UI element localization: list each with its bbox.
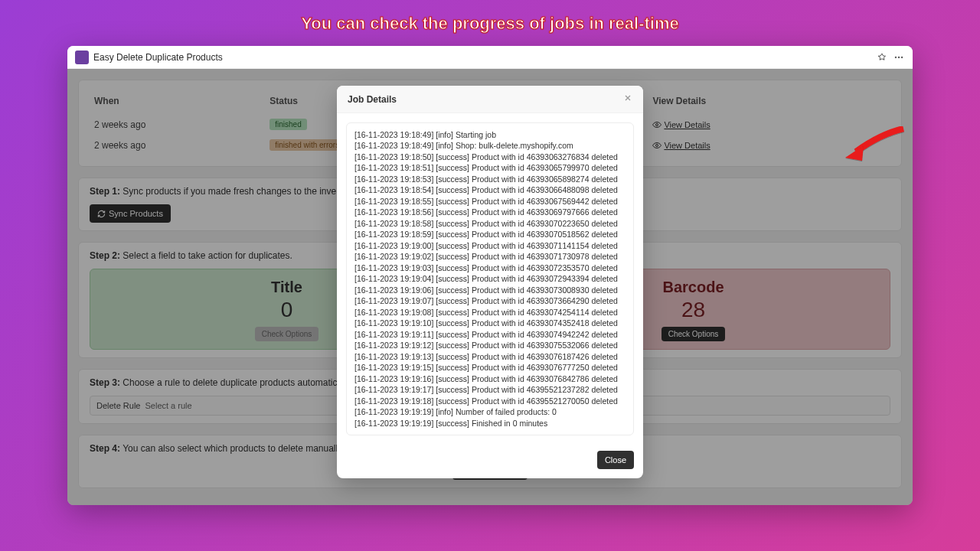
log-line: [16-11-2023 19:18:50] [success] Product … — [354, 152, 626, 162]
log-line: [16-11-2023 19:18:56] [success] Product … — [354, 207, 626, 217]
close-icon[interactable] — [623, 93, 632, 105]
titlebar: Easy Delete Duplicate Products — [67, 46, 913, 69]
log-line: [16-11-2023 19:18:54] [success] Product … — [354, 184, 626, 195]
svg-point-2 — [901, 56, 903, 57]
log-line: [16-11-2023 19:18:59] [success] Product … — [354, 229, 626, 240]
log-line: [16-11-2023 19:18:49] [info] Shop: bulk-… — [354, 140, 626, 151]
more-icon[interactable] — [893, 51, 905, 64]
log-line: [16-11-2023 19:19:04] [success] Product … — [354, 273, 626, 284]
pin-icon[interactable] — [876, 51, 888, 64]
log-line: [16-11-2023 19:19:17] [success] Product … — [354, 384, 626, 395]
app-title: Easy Delete Duplicate Products — [93, 52, 223, 63]
log-line: [16-11-2023 19:19:11] [success] Product … — [354, 329, 626, 340]
app-icon — [75, 51, 89, 64]
log-line: [16-11-2023 19:18:58] [success] Product … — [354, 218, 626, 229]
svg-point-0 — [895, 56, 897, 57]
log-line: [16-11-2023 19:19:16] [success] Product … — [354, 373, 626, 384]
log-line: [16-11-2023 19:19:10] [success] Product … — [354, 318, 626, 328]
log-line: [16-11-2023 19:18:49] [info] Starting jo… — [354, 129, 626, 140]
log-line: [16-11-2023 19:19:12] [success] Product … — [354, 340, 626, 350]
modal-title: Job Details — [348, 94, 397, 105]
log-line: [16-11-2023 19:19:08] [success] Product … — [354, 307, 626, 318]
log-output: [16-11-2023 19:18:49] [info] Starting jo… — [346, 122, 634, 435]
log-line: [16-11-2023 19:19:06] [success] Product … — [354, 285, 626, 295]
svg-point-1 — [898, 56, 900, 57]
log-line: [16-11-2023 19:19:13] [success] Product … — [354, 351, 626, 362]
close-button[interactable]: Close — [597, 451, 634, 469]
job-details-modal: Job Details [16-11-2023 19:18:49] [info]… — [337, 86, 643, 478]
log-line: [16-11-2023 19:19:19] [success] Finished… — [354, 418, 626, 429]
log-line: [16-11-2023 19:18:53] [success] Product … — [354, 174, 626, 184]
log-line: [16-11-2023 19:19:19] [info] Number of f… — [354, 406, 626, 417]
hero-caption: You can check the progress of jobs in re… — [301, 14, 679, 34]
log-line: [16-11-2023 19:19:00] [success] Product … — [354, 240, 626, 251]
log-line: [16-11-2023 19:18:55] [success] Product … — [354, 196, 626, 207]
log-line: [16-11-2023 19:19:03] [success] Product … — [354, 262, 626, 273]
log-line: [16-11-2023 19:18:51] [success] Product … — [354, 162, 626, 173]
log-line: [16-11-2023 19:19:07] [success] Product … — [354, 295, 626, 306]
log-line: [16-11-2023 19:19:15] [success] Product … — [354, 362, 626, 373]
log-line: [16-11-2023 19:19:02] [success] Product … — [354, 251, 626, 262]
log-line: [16-11-2023 19:19:18] [success] Product … — [354, 396, 626, 406]
